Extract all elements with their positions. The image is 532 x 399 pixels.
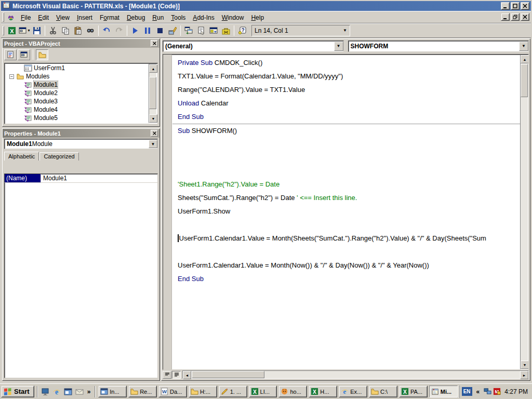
task-button-ho[interactable]: ho... bbox=[278, 385, 307, 397]
mdi-minimize-button[interactable] bbox=[501, 13, 510, 21]
scroll-thumb[interactable] bbox=[192, 371, 264, 378]
dropdown-caret-icon[interactable]: ▾ bbox=[28, 28, 30, 33]
scroll-up-icon[interactable]: ▲ bbox=[149, 64, 157, 73]
toolbar-button-help[interactable]: ? bbox=[236, 25, 248, 36]
task-button-re[interactable]: Re... bbox=[128, 385, 157, 397]
task-button-in[interactable]: In... bbox=[98, 385, 127, 397]
tree-item-module2[interactable]: Module2 bbox=[5, 89, 149, 97]
code-line-7[interactable] bbox=[172, 137, 520, 151]
menu-grip[interactable] bbox=[3, 12, 4, 22]
toolbar-button-reset[interactable] bbox=[154, 25, 166, 36]
task-button-li[interactable]: XLI... bbox=[249, 385, 277, 397]
scroll-left-icon[interactable]: ◄ bbox=[183, 371, 191, 379]
procedure-view-button[interactable] bbox=[163, 371, 171, 379]
task-button-pa[interactable]: XPA... bbox=[399, 385, 428, 397]
menu-item-edit[interactable]: Edit bbox=[34, 12, 52, 23]
toolbar-button-cut[interactable] bbox=[47, 25, 59, 36]
margin-indicator-bar[interactable] bbox=[163, 55, 172, 369]
procedure-dropdown-icon[interactable]: ▼ bbox=[519, 42, 528, 51]
toolbar-button-design-mode[interactable] bbox=[166, 25, 179, 36]
object-dropdown[interactable]: (General) ▼ bbox=[163, 41, 344, 52]
tab-alphabetic[interactable]: Alphabetic bbox=[4, 152, 39, 161]
task-button-ex[interactable]: eEx... bbox=[339, 385, 367, 397]
scroll-right-icon[interactable]: ► bbox=[520, 371, 528, 379]
project-button-view-object[interactable] bbox=[18, 49, 30, 60]
code-editor[interactable]: Private Sub CMDOK_Click()TXT1.Value = Fo… bbox=[163, 54, 529, 370]
position-dropdown-icon[interactable]: ▼ bbox=[343, 28, 347, 33]
mdi-restore-button[interactable] bbox=[511, 13, 520, 21]
toolbar-button-view-microsoft-excel[interactable]: X bbox=[6, 25, 18, 36]
task-button-h[interactable]: XH... bbox=[309, 385, 337, 397]
property-row[interactable]: (Name)Module1 bbox=[5, 174, 157, 183]
code-line-16[interactable]: UserForm1.Calendar1.Value = Month(Now())… bbox=[172, 259, 520, 272]
mdi-close-button[interactable] bbox=[521, 13, 529, 21]
toolbar-button-paste[interactable] bbox=[72, 25, 84, 36]
project-button-toggle-folders[interactable] bbox=[36, 49, 48, 60]
scroll-down-icon[interactable]: ▼ bbox=[521, 361, 529, 369]
code-line-13[interactable] bbox=[172, 218, 520, 232]
task-button-h[interactable]: H:... bbox=[189, 385, 217, 397]
code-vscrollbar[interactable]: ▲ ▼ bbox=[520, 55, 528, 369]
procedure-dropdown[interactable]: SHOWFORM ▼ bbox=[348, 41, 529, 52]
full-module-view-button[interactable] bbox=[172, 371, 181, 379]
code-line-17[interactable]: End Sub bbox=[172, 272, 520, 286]
menu-item-tools[interactable]: Tools bbox=[167, 12, 189, 23]
task-button-da[interactable]: WDa... bbox=[158, 385, 187, 397]
tree-item-module5[interactable]: Module5 bbox=[5, 114, 149, 122]
tree-expander-icon[interactable]: − bbox=[9, 74, 14, 79]
toolbar-button-copy[interactable] bbox=[59, 25, 72, 36]
position-box[interactable]: Ln 14, Col 1 ▼ bbox=[251, 25, 350, 36]
quick-launch-ie-icon[interactable]: e bbox=[52, 387, 61, 396]
menu-item-window[interactable]: Window bbox=[218, 12, 248, 23]
object-dropdown-icon[interactable]: ▼ bbox=[334, 42, 343, 51]
code-line-8[interactable] bbox=[172, 151, 520, 164]
code-line-2[interactable]: TXT1.Value = Format(Calendar1.Value, "MM… bbox=[172, 70, 520, 83]
code-line-3[interactable]: Range("CALENDAR").Value = TXT1.Value bbox=[172, 83, 520, 97]
scroll-thumb[interactable] bbox=[149, 77, 156, 109]
tree-item-module4[interactable]: Module4 bbox=[5, 105, 149, 114]
tree-item-modules[interactable]: −Modules bbox=[5, 72, 149, 81]
task-button-1[interactable]: 1. ... bbox=[219, 385, 247, 397]
toolbar-button-redo[interactable] bbox=[113, 25, 125, 36]
properties-close-button[interactable] bbox=[151, 130, 158, 137]
tree-item-module1[interactable]: Module1 bbox=[5, 81, 149, 89]
code-line-12[interactable]: UserForm1.Show bbox=[172, 205, 520, 218]
toolbar-button-break[interactable] bbox=[141, 25, 154, 36]
task-button-mi[interactable]: Mi... bbox=[429, 385, 458, 397]
menu-item-run[interactable]: Run bbox=[149, 12, 167, 23]
menu-item-insert[interactable]: Insert bbox=[73, 12, 96, 23]
code-line-1[interactable]: Private Sub CMDOK_Click() bbox=[172, 56, 520, 70]
menu-item-help[interactable]: Help bbox=[247, 12, 268, 23]
code-line-4[interactable]: Unload Calendar bbox=[172, 97, 520, 110]
task-button-c[interactable]: C:\ bbox=[369, 385, 397, 397]
toolbar-button-toolbox[interactable] bbox=[220, 25, 232, 36]
toolbar-grip[interactable] bbox=[3, 26, 4, 35]
project-tree-scrollbar[interactable]: ▲ ▼ bbox=[149, 64, 157, 123]
menu-item-format[interactable]: Format bbox=[96, 12, 123, 23]
maximize-button[interactable] bbox=[511, 2, 520, 10]
toolbar-button-object-browser[interactable] bbox=[207, 25, 220, 36]
menu-item-file[interactable]: File bbox=[17, 12, 34, 23]
quick-launch-desktop-icon[interactable] bbox=[41, 387, 50, 396]
close-button[interactable] bbox=[521, 2, 529, 10]
combo-dropdown-icon[interactable]: ▼ bbox=[149, 140, 157, 148]
toolbar-button-undo[interactable] bbox=[100, 25, 113, 36]
property-value[interactable]: Module1 bbox=[41, 174, 69, 182]
code-line-10[interactable]: 'Sheet1.Range("h2").Value = Date bbox=[172, 178, 520, 191]
code-line-6[interactable]: Sub SHOWFORM() bbox=[172, 124, 520, 137]
start-button[interactable]: Start bbox=[1, 385, 34, 397]
tab-categorized[interactable]: Categorized bbox=[39, 152, 78, 161]
toolbar-button-run-sub[interactable] bbox=[129, 25, 141, 36]
scroll-thumb[interactable] bbox=[521, 64, 528, 97]
quick-launch-overflow[interactable]: » bbox=[86, 388, 92, 395]
menu-item-addins[interactable]: Add-Ins bbox=[189, 12, 218, 23]
object-combo[interactable]: Module1 Module ▼ bbox=[4, 139, 158, 149]
minimize-button[interactable] bbox=[501, 2, 510, 10]
tray-net-icon[interactable] bbox=[484, 388, 491, 395]
code-line-15[interactable] bbox=[172, 245, 520, 259]
code-line-5[interactable]: End Sub bbox=[172, 110, 520, 124]
tray-chevron[interactable]: « bbox=[475, 388, 482, 395]
code-line-11[interactable]: Sheets("SumCat.").Range("h2") = Date ' <… bbox=[172, 191, 520, 205]
tree-item-module3[interactable]: Module3 bbox=[5, 97, 149, 105]
menu-item-debug[interactable]: Debug bbox=[123, 12, 149, 23]
